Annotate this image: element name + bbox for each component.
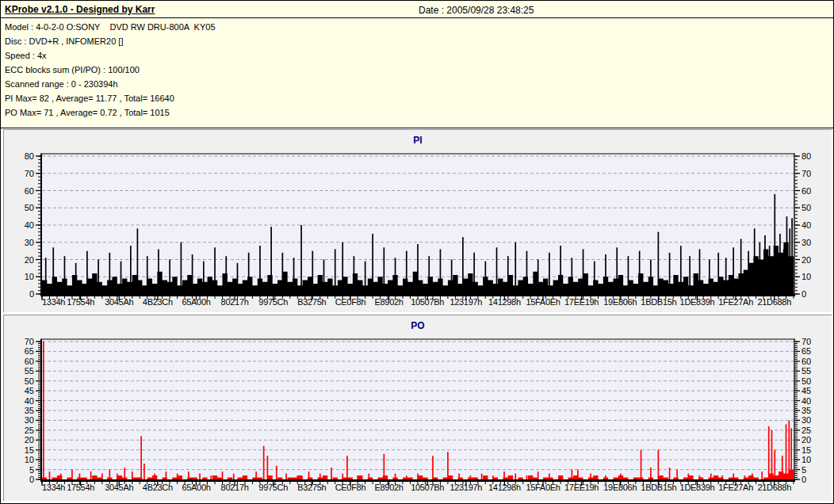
x-axis-label: 1DE839h [680, 483, 715, 492]
y-axis-label-left: 50 [25, 203, 34, 212]
y-axis-label-right: 15 [801, 445, 811, 455]
y-axis-label-right: 60 [801, 186, 811, 196]
x-axis-label: 3045Ah [105, 297, 133, 307]
y-axis-label-left: 50 [25, 376, 34, 386]
x-axis-label: CE0F8h [335, 297, 366, 307]
x-axis-label: 65A00h [182, 297, 210, 307]
x-axis-label: 21D688h [757, 483, 791, 492]
info-line: ECC blocks sum (PI/PO) : 100/100 [1, 61, 833, 75]
y-axis-label-right: 50 [801, 376, 811, 386]
x-axis-label: E8902h [374, 297, 403, 307]
x-axis-label: 17554h [67, 297, 94, 307]
y-axis-label-right: 30 [801, 415, 811, 425]
y-axis-label-left: 20 [25, 435, 34, 445]
info-line: Model : 4-0-2-0 O:SONY DVD RW DRU-800A K… [1, 18, 833, 32]
info-line: PO Max= 71 , Average= 0.72 , Total= 1015 [1, 104, 833, 118]
x-axis-label: 80217h [221, 297, 249, 307]
y-axis-label-right: 80 [801, 151, 811, 161]
x-axis-label: 19E806h [603, 483, 637, 492]
scan-date: Date : 2005/09/28 23:48:25 [419, 5, 534, 16]
y-axis-label-right: 30 [801, 238, 811, 247]
x-axis-label: 9975Ch [258, 483, 288, 492]
x-axis-label: 1334h [42, 297, 65, 307]
x-axis-label: 4B23Ch [143, 297, 173, 307]
x-axis-label: 9975Ch [258, 297, 288, 307]
y-axis-label-left: 10 [25, 455, 34, 464]
x-axis-label: 1BDB15h [641, 483, 676, 492]
chart-title: PO [411, 320, 424, 331]
y-axis-label-right: 40 [801, 220, 811, 230]
info-line: PI Max= 82 , Average= 11.77 , Total= 166… [1, 90, 833, 104]
info-line: Scanned range : 0 - 230394h [1, 75, 833, 90]
x-axis-label: 15FA0Eh [526, 483, 560, 492]
x-axis-label: 65A00h [182, 483, 210, 492]
y-axis-label-left: 55 [25, 366, 34, 376]
y-axis-label-right: 0 [801, 475, 806, 484]
x-axis-label: 17EE19h [564, 483, 599, 492]
y-axis-label-left: 20 [25, 255, 34, 265]
kprobe-window: KProbe v2.1.0 - Designed by Karr Date : … [0, 0, 834, 504]
y-axis-label-right: 50 [801, 203, 811, 212]
info-panel: Model : 4-0-2-0 O:SONY DVD RW DRU-800A K… [1, 18, 833, 118]
y-axis-label-left: 60 [25, 357, 34, 366]
x-axis-label: 21D688h [757, 297, 791, 307]
y-axis-label-right: 65 [801, 346, 811, 356]
x-axis-label: E8902h [374, 483, 403, 492]
y-axis-label-left: 30 [25, 238, 34, 247]
y-axis-label-right: 45 [801, 386, 811, 395]
y-axis-label-right: 5 [801, 465, 806, 475]
y-axis-label-left: 70 [25, 169, 34, 178]
x-axis-label: 17EE19h [564, 297, 599, 307]
po-chart: 0055101015152020252530303535404045455050… [4, 315, 832, 501]
x-axis-label: 1BDB15h [641, 297, 676, 307]
x-axis-label: 141298h [488, 483, 521, 492]
y-axis-label-right: 10 [801, 272, 811, 281]
x-axis-label: 123197h [450, 483, 482, 492]
x-axis-label: 3045Ah [105, 483, 133, 492]
y-axis-label-right: 20 [801, 435, 811, 445]
x-axis-label: 1FE27Ah [718, 483, 753, 492]
y-axis-label-left: 40 [25, 396, 34, 406]
y-axis-label-right: 60 [801, 357, 811, 366]
y-axis-label-left: 40 [25, 220, 34, 230]
y-axis-label-right: 35 [801, 406, 811, 415]
y-axis-label-left: 70 [25, 337, 34, 346]
app-title: KProbe v2.1.0 - Designed by Karr [5, 4, 155, 15]
x-axis-label: B3275h [297, 483, 326, 492]
info-line: Disc : DVD+R , INFOMER20 [] [1, 32, 833, 47]
y-axis-label-right: 10 [801, 455, 811, 464]
chart-title: PI [413, 135, 422, 146]
x-axis-label: B3275h [297, 297, 326, 307]
y-axis-label-left: 45 [25, 386, 34, 395]
x-axis-label: 4B23Ch [143, 483, 173, 492]
y-axis-label-left: 30 [25, 415, 34, 425]
x-axis-label: 123197h [450, 297, 482, 307]
x-axis-label: 1334h [42, 483, 65, 492]
x-axis-label: 141298h [488, 297, 521, 307]
y-axis-label-right: 70 [801, 169, 811, 178]
y-axis-label-left: 10 [25, 272, 34, 281]
y-axis-label-right: 40 [801, 396, 811, 406]
y-axis-label-left: 80 [25, 151, 34, 161]
y-axis-label-right: 70 [801, 337, 811, 346]
y-axis-label-left: 0 [29, 475, 34, 484]
pi-chart: 00101020203030404050506060707080801334h1… [4, 130, 832, 312]
x-axis-label: 10507Bh [411, 297, 444, 307]
y-axis-label-right: 0 [801, 289, 806, 299]
y-axis-label-left: 0 [29, 289, 34, 299]
x-axis-label: 80217h [221, 483, 249, 492]
y-axis-label-left: 15 [25, 445, 34, 455]
x-axis-label: 10507Bh [411, 483, 444, 492]
y-axis-label-right: 25 [801, 426, 811, 435]
top-section: KProbe v2.1.0 - Designed by Karr Date : … [1, 1, 833, 128]
y-axis-label-left: 5 [29, 465, 34, 475]
x-axis-label: CE0F8h [335, 483, 366, 492]
po-chart-panel: 0055101015152020252530303535404045455050… [3, 315, 832, 502]
y-axis-label-left: 65 [25, 346, 34, 356]
y-axis-label-right: 20 [801, 255, 811, 265]
y-axis-label-left: 35 [25, 406, 34, 415]
y-axis-label-left: 60 [25, 186, 34, 196]
x-axis-label: 17554h [67, 483, 94, 492]
y-axis-label-right: 55 [801, 366, 811, 376]
info-line: Speed : 4x [1, 47, 833, 61]
